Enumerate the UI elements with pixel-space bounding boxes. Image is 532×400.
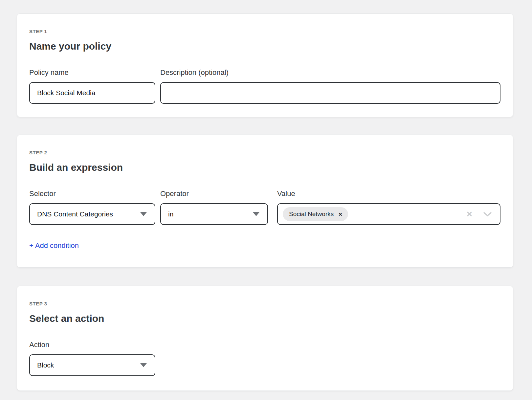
operator-field: Operator in (160, 189, 268, 225)
step3-title: Select an action (29, 313, 500, 324)
step1-form-row: Policy name Description (optional) (29, 68, 500, 104)
caret-down-icon (140, 212, 147, 216)
operator-dropdown[interactable]: in (160, 203, 268, 225)
add-condition-link[interactable]: + Add condition (29, 241, 79, 250)
operator-label: Operator (160, 189, 268, 198)
action-label: Action (29, 341, 155, 349)
value-field: Value Social Networks ✕ ✕ (277, 189, 500, 225)
selector-field: Selector DNS Content Categories (29, 189, 155, 225)
action-field: Action Block (29, 341, 155, 376)
action-row: Action Block (29, 341, 500, 376)
action-value: Block (37, 361, 54, 369)
description-field: Description (optional) (160, 68, 500, 104)
clear-icon[interactable]: ✕ (466, 211, 473, 218)
caret-down-icon (140, 363, 147, 367)
description-input[interactable] (160, 82, 500, 104)
policy-builder-page: STEP 1 Name your policy Policy name Desc… (0, 0, 532, 400)
tag-remove-icon[interactable]: ✕ (338, 212, 343, 217)
policy-name-label: Policy name (29, 68, 155, 77)
caret-down-icon (253, 212, 259, 216)
action-dropdown[interactable]: Block (29, 354, 155, 376)
selector-value: DNS Content Categories (37, 210, 113, 218)
description-label: Description (optional) (160, 68, 500, 77)
step1-step-label: STEP 1 (29, 29, 500, 34)
operator-value: in (168, 210, 173, 218)
value-tag: Social Networks ✕ (283, 207, 348, 221)
selector-label: Selector (29, 189, 155, 198)
step3-card: STEP 3 Select an action Action Block (17, 286, 513, 391)
step2-card: STEP 2 Build an expression Selector DNS … (17, 135, 513, 268)
step1-title: Name your policy (29, 41, 500, 52)
chevron-down-icon[interactable] (483, 211, 492, 217)
policy-name-input[interactable] (29, 82, 155, 104)
value-tag-label: Social Networks (289, 211, 334, 218)
step3-step-label: STEP 3 (29, 301, 500, 306)
expression-row: Selector DNS Content Categories Operator… (29, 189, 500, 225)
step2-step-label: STEP 2 (29, 150, 500, 155)
policy-name-field: Policy name (29, 68, 155, 104)
value-multiselect[interactable]: Social Networks ✕ ✕ (277, 203, 500, 225)
selector-dropdown[interactable]: DNS Content Categories (29, 203, 155, 225)
multiselect-controls: ✕ (466, 211, 492, 218)
value-label: Value (277, 189, 500, 198)
step2-title: Build an expression (29, 162, 500, 173)
step1-card: STEP 1 Name your policy Policy name Desc… (17, 13, 513, 117)
